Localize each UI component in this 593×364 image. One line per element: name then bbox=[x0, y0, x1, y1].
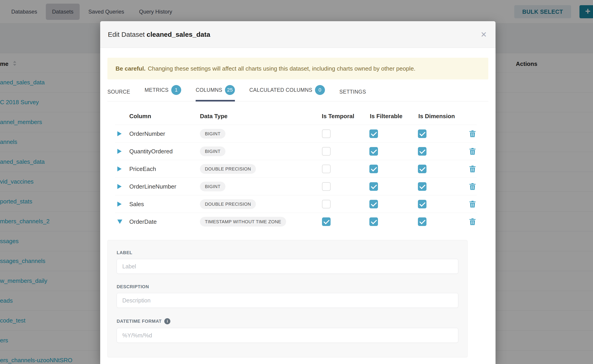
tab-label: COLUMNS bbox=[196, 87, 222, 93]
is-temporal-checkbox[interactable] bbox=[322, 165, 330, 173]
is-temporal-checkbox[interactable] bbox=[322, 147, 330, 156]
is-dimension-checkbox[interactable] bbox=[418, 165, 427, 173]
description-field-label: DESCRIPTION bbox=[117, 284, 458, 289]
is-dimension-checkbox[interactable] bbox=[418, 200, 427, 208]
label-input[interactable] bbox=[117, 259, 458, 274]
column-name: OrderDate bbox=[129, 218, 157, 225]
column-name: PriceEach bbox=[129, 165, 156, 172]
is-dimension-header: Is Dimension bbox=[418, 113, 455, 120]
datetime-field-label: DATETIME FORMAT bbox=[117, 319, 162, 324]
tab-calculated-columns[interactable]: CALCULATED COLUMNS0 bbox=[249, 85, 325, 102]
edit-dataset-modal: Edit Dataset cleaned_sales_data ✕ Be car… bbox=[100, 21, 495, 364]
delete-icon[interactable] bbox=[468, 147, 477, 155]
data-type-pill: BIGINT bbox=[200, 146, 225, 156]
warning-banner: Be careful. Changing these settings will… bbox=[107, 58, 488, 79]
column-row-orderlinenumber: OrderLineNumber BIGINT bbox=[115, 178, 477, 195]
is-filterable-checkbox[interactable] bbox=[369, 182, 378, 191]
data-type-pill: TIMESTAMP WITHOUT TIME ZONE bbox=[200, 217, 286, 227]
data-type-header: Data Type bbox=[200, 113, 227, 120]
is-filterable-header: Is Filterable bbox=[370, 113, 402, 120]
data-type-pill: BIGINT bbox=[200, 182, 225, 191]
is-temporal-checkbox[interactable] bbox=[322, 217, 330, 226]
datetime-format-input[interactable] bbox=[117, 328, 458, 343]
tab-label: SOURCE bbox=[107, 89, 130, 95]
is-temporal-checkbox[interactable] bbox=[322, 182, 330, 191]
modal-title-prefix: Edit Dataset bbox=[108, 31, 145, 38]
column-name: QuantityOrdered bbox=[129, 148, 173, 155]
tab-columns[interactable]: COLUMNS25 bbox=[196, 85, 235, 102]
is-filterable-checkbox[interactable] bbox=[369, 200, 378, 208]
column-detail-panel: LABEL DESCRIPTION DATETIME FORMATi bbox=[107, 240, 468, 358]
warning-text: Changing these settings will affect all … bbox=[148, 65, 415, 72]
expand-caret-icon[interactable] bbox=[117, 220, 122, 224]
count-badge: 0 bbox=[315, 85, 325, 95]
description-input[interactable] bbox=[117, 293, 458, 308]
is-filterable-checkbox[interactable] bbox=[369, 165, 378, 173]
column-row-sales: Sales DOUBLE PRECISION bbox=[115, 195, 477, 213]
column-row-ordernumber: OrderNumber BIGINT bbox=[115, 125, 477, 143]
column-name: OrderLineNumber bbox=[129, 183, 176, 190]
delete-icon[interactable] bbox=[468, 218, 477, 226]
label-field-label: LABEL bbox=[117, 250, 458, 255]
delete-icon[interactable] bbox=[468, 200, 477, 208]
delete-icon[interactable] bbox=[468, 165, 477, 173]
count-badge: 1 bbox=[171, 85, 181, 95]
tab-source[interactable]: SOURCE bbox=[107, 89, 130, 102]
delete-icon[interactable] bbox=[468, 130, 477, 138]
columns-table: Column Data Type Is Temporal Is Filterab… bbox=[115, 107, 477, 230]
tab-label: CALCULATED COLUMNS bbox=[249, 87, 312, 93]
is-temporal-checkbox[interactable] bbox=[322, 130, 330, 138]
is-filterable-checkbox[interactable] bbox=[369, 130, 378, 138]
column-name: Sales bbox=[129, 201, 144, 208]
label-field: LABEL bbox=[117, 250, 458, 274]
is-dimension-checkbox[interactable] bbox=[418, 217, 427, 226]
description-field: DESCRIPTION bbox=[117, 284, 458, 308]
count-badge: 25 bbox=[225, 85, 235, 95]
modal-body: Be careful. Changing these settings will… bbox=[100, 58, 495, 358]
is-temporal-checkbox[interactable] bbox=[322, 200, 330, 208]
close-icon[interactable]: ✕ bbox=[481, 31, 487, 38]
tab-settings[interactable]: SETTINGS bbox=[339, 89, 366, 102]
column-row-orderdate: OrderDate TIMESTAMP WITHOUT TIME ZONE bbox=[115, 213, 477, 230]
modal-dataset-name: cleaned_sales_data bbox=[147, 31, 210, 38]
data-type-pill: DOUBLE PRECISION bbox=[200, 199, 256, 209]
is-filterable-checkbox[interactable] bbox=[369, 147, 378, 156]
is-temporal-header: Is Temporal bbox=[322, 113, 354, 120]
modal-header: Edit Dataset cleaned_sales_data ✕ bbox=[100, 21, 495, 48]
is-dimension-checkbox[interactable] bbox=[418, 182, 427, 191]
column-header: Column bbox=[129, 113, 151, 120]
is-dimension-checkbox[interactable] bbox=[418, 147, 427, 156]
is-dimension-checkbox[interactable] bbox=[418, 130, 427, 138]
expand-caret-icon[interactable] bbox=[117, 202, 122, 207]
expand-caret-icon[interactable] bbox=[117, 131, 122, 136]
column-name: OrderNumber bbox=[129, 130, 165, 137]
delete-icon[interactable] bbox=[468, 182, 477, 191]
is-filterable-checkbox[interactable] bbox=[369, 217, 378, 226]
tab-metrics[interactable]: METRICS1 bbox=[145, 85, 181, 102]
data-type-pill: BIGINT bbox=[200, 129, 225, 138]
modal-title: Edit Dataset cleaned_sales_data bbox=[108, 31, 210, 38]
expand-caret-icon[interactable] bbox=[117, 149, 122, 154]
info-icon[interactable]: i bbox=[164, 318, 170, 324]
data-type-pill: DOUBLE PRECISION bbox=[200, 164, 256, 174]
expand-caret-icon[interactable] bbox=[117, 184, 122, 189]
modal-tabs: SOURCEMETRICS1COLUMNS25CALCULATED COLUMN… bbox=[107, 87, 488, 102]
expand-caret-icon[interactable] bbox=[117, 166, 122, 171]
columns-table-body: OrderNumber BIGINT QuantityOrdered BIGIN… bbox=[115, 125, 477, 230]
column-row-priceeach: PriceEach DOUBLE PRECISION bbox=[115, 160, 477, 178]
tab-label: SETTINGS bbox=[339, 89, 366, 95]
warning-bold: Be careful. bbox=[116, 65, 145, 72]
column-row-quantityordered: QuantityOrdered BIGINT bbox=[115, 143, 477, 160]
tab-label: METRICS bbox=[145, 87, 169, 93]
datetime-format-field: DATETIME FORMATi bbox=[117, 318, 458, 343]
columns-table-header: Column Data Type Is Temporal Is Filterab… bbox=[115, 107, 477, 125]
